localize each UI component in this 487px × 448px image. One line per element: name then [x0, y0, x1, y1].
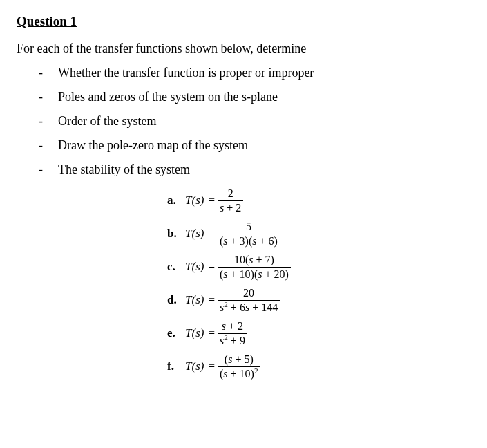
bullet-text: Whether the transfer function is proper …: [58, 66, 314, 80]
eq-denominator: s2 + 9: [218, 333, 247, 347]
item-label: c.: [167, 260, 185, 274]
eq-equals: =: [208, 360, 215, 373]
bullet-item: - Whether the transfer function is prope…: [39, 66, 470, 80]
eq-fraction: 20 s2 + 6s + 144: [218, 287, 280, 313]
bullet-marker: -: [39, 66, 51, 80]
item-label: b.: [167, 227, 185, 241]
intro-text: For each of the transfer functions shown…: [17, 41, 470, 56]
eq-numerator: 5: [244, 221, 254, 234]
equation-item-f: f. T(s) = (s + 5) (s + 10)2: [167, 353, 260, 380]
eq-equals: =: [208, 194, 215, 207]
equation-item-e: e. T(s) = s + 2 s2 + 9: [167, 319, 247, 347]
eq-fraction: s + 2 s2 + 9: [218, 320, 247, 346]
bullet-item: - Draw the pole-zero map of the system: [39, 138, 470, 153]
eq-equals: =: [208, 260, 215, 274]
eq-lhs: T(s): [185, 260, 204, 274]
bullet-marker: -: [39, 90, 51, 104]
item-label: f.: [167, 360, 185, 373]
equation-item-c: c. T(s) = 10(s + 7) (s + 10)(s + 20): [167, 253, 291, 281]
bullet-list: - Whether the transfer function is prope…: [39, 66, 470, 177]
eq-fraction: (s + 5) (s + 10)2: [218, 353, 260, 380]
eq-numerator: 20: [241, 287, 256, 300]
bullet-marker: -: [39, 162, 51, 177]
bullet-item: - Poles and zeros of the system on the s…: [39, 90, 470, 104]
eq-equals: =: [208, 293, 215, 307]
eq-numerator: 2: [226, 187, 236, 200]
bullet-text: Draw the pole-zero map of the system: [58, 138, 248, 153]
bullet-marker: -: [39, 138, 51, 153]
equation-item-b: b. T(s) = 5 (s + 3)(s + 6): [167, 220, 280, 248]
eq-denominator: (s + 10)(s + 20): [218, 267, 291, 281]
bullet-text: Order of the system: [58, 114, 156, 129]
bullet-text: The stability of the system: [58, 162, 190, 177]
eq-denominator: s2 + 6s + 144: [218, 300, 280, 314]
eq-denominator: s + 2: [218, 200, 243, 214]
eq-numerator: s + 2: [220, 320, 245, 333]
eq-fraction: 5 (s + 3)(s + 6): [218, 221, 280, 247]
bullet-marker: -: [39, 114, 51, 129]
item-label: a.: [167, 194, 185, 207]
item-label: d.: [167, 293, 185, 307]
eq-fraction: 10(s + 7) (s + 10)(s + 20): [218, 254, 291, 280]
eq-denominator: (s + 3)(s + 6): [218, 234, 280, 248]
eq-lhs: T(s): [185, 194, 204, 207]
eq-numerator: 10(s + 7): [232, 254, 276, 267]
eq-numerator: (s + 5): [222, 353, 256, 366]
bullet-text: Poles and zeros of the system on the s-p…: [58, 90, 278, 104]
eq-denominator: (s + 10)2: [218, 366, 260, 380]
equation-item-a: a. T(s) = 2 s + 2: [167, 187, 243, 214]
equation-item-d: d. T(s) = 20 s2 + 6s + 144: [167, 286, 280, 314]
eq-lhs: T(s): [185, 227, 204, 241]
eq-lhs: T(s): [185, 360, 204, 373]
eq-lhs: T(s): [185, 293, 204, 307]
item-label: e.: [167, 326, 185, 340]
eq-equals: =: [208, 227, 215, 241]
eq-equals: =: [208, 326, 215, 340]
bullet-item: - The stability of the system: [39, 162, 470, 177]
bullet-item: - Order of the system: [39, 114, 470, 129]
eq-fraction: 2 s + 2: [218, 187, 243, 214]
eq-lhs: T(s): [185, 326, 204, 340]
question-title: Question 1: [17, 14, 470, 29]
equation-list: a. T(s) = 2 s + 2 b. T(s) = 5 (s + 3)(s …: [167, 187, 470, 386]
